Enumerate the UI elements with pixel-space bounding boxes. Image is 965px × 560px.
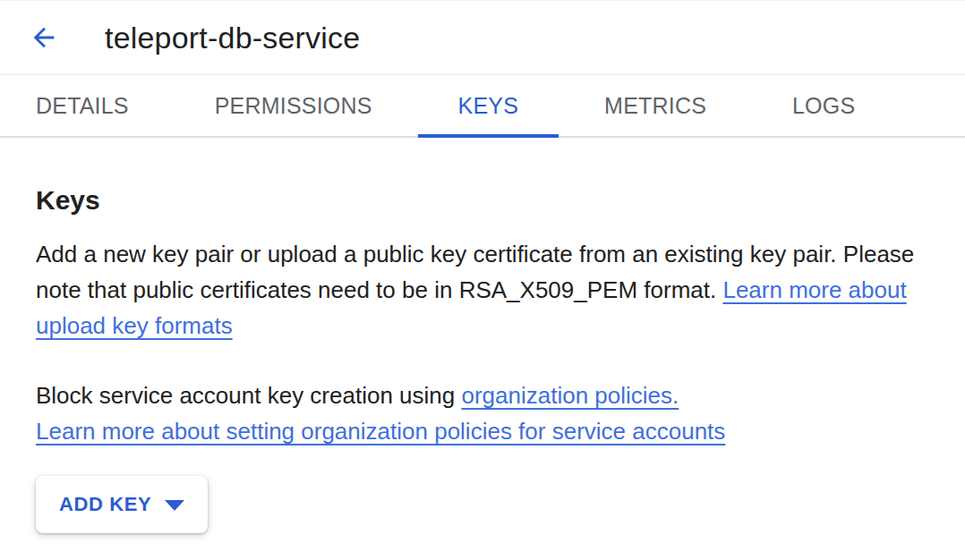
page-title: teleport-db-service: [105, 21, 360, 55]
org-policies-service-accounts-link[interactable]: Learn more about setting organization po…: [36, 418, 725, 445]
tab-logs[interactable]: LOGS: [752, 75, 895, 136]
section-heading: Keys: [36, 184, 929, 216]
keys-intro-paragraph: Add a new key pair or upload a public ke…: [36, 236, 929, 344]
back-button[interactable]: [27, 21, 61, 55]
tab-permissions[interactable]: PERMISSIONS: [175, 75, 413, 136]
add-key-label: ADD KEY: [59, 493, 151, 516]
add-key-button[interactable]: ADD KEY: [36, 476, 208, 533]
organization-policies-link[interactable]: organization policies.: [461, 382, 679, 409]
arrow-left-icon: [29, 22, 59, 53]
policy-paragraph: Block service account key creation using…: [36, 378, 929, 449]
tab-bar: DETAILS PERMISSIONS KEYS METRICS LOGS: [0, 75, 965, 138]
tab-details[interactable]: DETAILS: [0, 75, 169, 136]
policy-text: Block service account key creation using: [36, 382, 461, 409]
page-header: teleport-db-service: [0, 0, 965, 75]
caret-down-icon: [165, 500, 184, 511]
tab-metrics[interactable]: METRICS: [564, 75, 747, 136]
keys-panel: Keys Add a new key pair or upload a publ…: [0, 184, 965, 533]
tab-keys[interactable]: KEYS: [418, 75, 559, 136]
